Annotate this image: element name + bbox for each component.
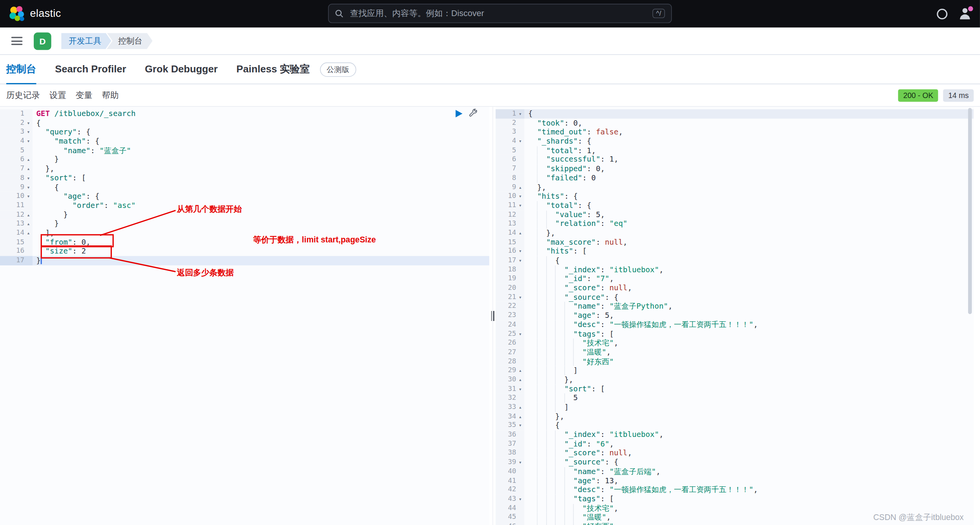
fold-open-icon[interactable]: ▾ (25, 173, 33, 183)
fold-open-icon[interactable]: ▾ (516, 494, 524, 504)
code-line[interactable]: 10▾ "age": { (0, 192, 489, 201)
code-line[interactable]: 18 "_index": "itbluebox", (496, 265, 973, 275)
variables-button[interactable]: 变量 (76, 90, 92, 101)
fold-open-icon[interactable]: ▾ (516, 458, 524, 467)
code-line[interactable]: 22 "name": "蓝盒子Python", (496, 302, 973, 311)
global-search[interactable]: ^/ (328, 4, 672, 23)
code-line[interactable]: 16 "size": 2 (0, 247, 489, 256)
scrollbar-thumb[interactable] (968, 108, 972, 314)
code-line[interactable]: 17▾ { (496, 256, 973, 265)
breadcrumb-dev-tools[interactable]: 开发工具 (61, 33, 111, 49)
panel-resizer[interactable] (489, 107, 496, 525)
code-line[interactable]: 25▾ "tags": [ (496, 329, 973, 339)
space-avatar[interactable]: D (34, 32, 51, 50)
code-line[interactable]: 21▾ "_source": { (496, 293, 973, 302)
code-line[interactable]: 32 5 (496, 394, 973, 403)
code-line[interactable]: 8 "failed": 0 (496, 173, 973, 183)
elastic-brand[interactable]: elastic (9, 6, 61, 22)
breadcrumb-console[interactable]: 控制台 (107, 33, 153, 49)
fold-open-icon[interactable]: ▾ (516, 256, 524, 265)
search-input[interactable] (349, 8, 652, 19)
fold-open-icon[interactable]: ▾ (516, 293, 524, 302)
menu-icon[interactable] (11, 37, 22, 45)
code-line[interactable]: 33▴ ] (496, 403, 973, 412)
fold-close-icon[interactable]: ▴ (25, 164, 33, 173)
code-line[interactable]: 15 "max_score": null, (496, 238, 973, 247)
fold-close-icon[interactable]: ▴ (516, 366, 524, 375)
code-line[interactable]: 14▴ }, (496, 229, 973, 238)
code-line[interactable]: 14▴ ], (0, 229, 489, 238)
code-line[interactable]: 17} (0, 256, 489, 265)
fold-close-icon[interactable]: ▴ (516, 183, 524, 192)
fold-open-icon[interactable]: ▾ (516, 137, 524, 146)
code-line[interactable]: 8▾ "sort": [ (0, 173, 489, 183)
code-line[interactable]: 13▴ } (0, 219, 489, 229)
code-line[interactable]: 39▾ "_source": { (496, 458, 973, 467)
help-button[interactable]: 帮助 (102, 90, 119, 101)
code-line[interactable]: 2▾{ (0, 118, 489, 128)
fold-close-icon[interactable]: ▴ (516, 412, 524, 421)
fold-close-icon[interactable]: ▴ (25, 210, 33, 219)
fold-open-icon[interactable]: ▾ (25, 183, 33, 192)
fold-open-icon[interactable]: ▾ (516, 201, 524, 210)
code-line[interactable]: 2 "took": 0, (496, 118, 973, 128)
wrench-icon[interactable] (469, 109, 478, 118)
code-line[interactable]: 44 "技术宅", (496, 504, 973, 513)
fold-open-icon[interactable]: ▾ (516, 329, 524, 339)
code-line[interactable]: 7 "skipped": 0, (496, 164, 973, 173)
code-line[interactable]: 20 "_score": null, (496, 283, 973, 293)
code-line[interactable]: 5 "total": 1, (496, 146, 973, 155)
code-line[interactable]: 1▾{ (496, 109, 973, 118)
help-icon[interactable] (937, 8, 947, 19)
tab-painless-lab[interactable]: Painless 实验室 (236, 55, 310, 83)
fold-open-icon[interactable]: ▾ (516, 247, 524, 256)
request-editor[interactable]: 1GET /itbluebox/_search2▾{3▾ "query": {4… (0, 107, 489, 525)
code-line[interactable]: 40 "name": "蓝盒子后端", (496, 467, 973, 476)
code-line[interactable]: 16▾ "hits": [ (496, 247, 973, 256)
fold-close-icon[interactable]: ▴ (25, 155, 33, 164)
fold-open-icon[interactable]: ▾ (516, 384, 524, 394)
fold-open-icon[interactable]: ▾ (516, 109, 524, 118)
fold-open-icon[interactable]: ▾ (25, 192, 33, 201)
code-line[interactable]: 29▴ ] (496, 366, 973, 375)
code-line[interactable]: 6 "successful": 1, (496, 155, 973, 164)
code-line[interactable]: 34▴ }, (496, 412, 973, 421)
fold-close-icon[interactable]: ▴ (516, 403, 524, 412)
code-line[interactable]: 9▴ }, (496, 183, 973, 192)
code-line[interactable]: 27 "温暖", (496, 348, 973, 357)
code-line[interactable]: 13 "relation": "eq" (496, 219, 973, 229)
code-line[interactable]: 35▾ { (496, 421, 973, 430)
code-line[interactable]: 11 "order": "asc" (0, 201, 489, 210)
fold-open-icon[interactable]: ▾ (25, 137, 33, 146)
code-line[interactable]: 26 "技术宅", (496, 339, 973, 348)
code-line[interactable]: 4▾ "_shards": { (496, 137, 973, 146)
tab-search-profiler[interactable]: Search Profiler (55, 55, 126, 83)
code-line[interactable]: 41 "age": 13, (496, 476, 973, 485)
code-line[interactable]: 24 "desc": "一顿操作猛如虎，一看工资两千五！！！", (496, 320, 973, 329)
code-line[interactable]: 12 "value": 5, (496, 210, 973, 219)
user-menu-icon[interactable] (959, 8, 971, 20)
code-line[interactable]: 43▾ "tags": [ (496, 494, 973, 504)
code-line[interactable]: 23 "age": 5, (496, 311, 973, 320)
code-line[interactable]: 3▾ "query": { (0, 128, 489, 137)
code-line[interactable]: 38 "_score": null, (496, 449, 973, 458)
tab-grok-debugger[interactable]: Grok Debugger (145, 55, 218, 83)
fold-close-icon[interactable]: ▴ (25, 229, 33, 238)
fold-close-icon[interactable]: ▴ (25, 219, 33, 229)
code-line[interactable]: 15 "from": 0, (0, 238, 489, 247)
code-line[interactable]: 28 "好东西" (496, 357, 973, 366)
code-line[interactable]: 3 "timed_out": false, (496, 128, 973, 137)
code-line[interactable]: 31▾ "sort": [ (496, 384, 973, 394)
code-line[interactable]: 30▴ }, (496, 375, 973, 384)
send-request-button[interactable] (456, 110, 463, 117)
fold-close-icon[interactable]: ▴ (516, 229, 524, 238)
code-line[interactable]: 11▾ "total": { (496, 201, 973, 210)
code-line[interactable]: 19 "_id": "7", (496, 274, 973, 283)
fold-close-icon[interactable]: ▴ (516, 375, 524, 384)
code-line[interactable]: 37 "_id": "6", (496, 440, 973, 449)
fold-open-icon[interactable]: ▾ (25, 128, 33, 137)
fold-open-icon[interactable]: ▾ (516, 192, 524, 201)
response-editor[interactable]: 1▾{2 "took": 0,3 "timed_out": false,4▾ "… (496, 107, 973, 525)
code-line[interactable]: 7▴ }, (0, 164, 489, 173)
code-line[interactable]: 9▾ { (0, 183, 489, 192)
